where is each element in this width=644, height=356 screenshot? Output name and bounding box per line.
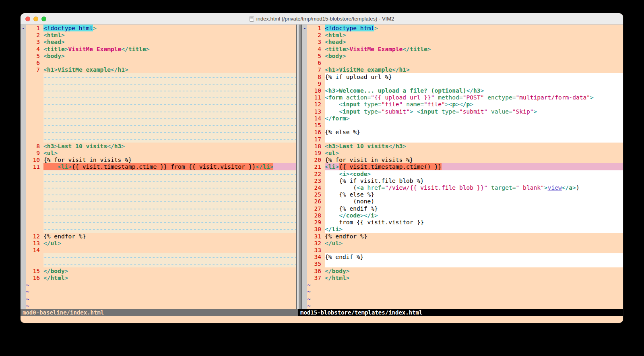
code-line[interactable]: 9 [302,80,623,87]
code-line[interactable]: 14</form> [302,115,623,122]
code-line[interactable]: 7<h1>VisitMe example</h1> [21,66,296,73]
code-line[interactable]: 23 {% if visit.file_blob %} [302,177,623,184]
fold-column[interactable] [302,87,307,94]
code-line[interactable]: 26 (none) [302,198,623,205]
fold-column[interactable] [21,240,26,246]
fold-column[interactable] [302,260,307,267]
fold-column[interactable] [302,143,307,149]
diff-filler-line[interactable]: ----------------------------------------… [21,170,296,177]
empty-buffer-line[interactable]: ~ [21,302,296,309]
code-line[interactable]: -1<!doctype html> [21,25,296,31]
code-line[interactable]: 12{% endfor %} [21,233,296,240]
diff-filler-line[interactable]: ----------------------------------------… [21,128,296,135]
code-line[interactable]: 37</html> [302,274,623,281]
window-titlebar[interactable]: index.html (/private/tmp/mod15-blobstore… [21,13,623,25]
code-line[interactable]: 16{% else %} [302,128,623,135]
empty-buffer-line[interactable]: ~ [302,302,623,309]
code-line[interactable]: 29 from {{ visit.visitor }} [302,219,623,226]
fold-column[interactable] [21,281,26,288]
fold-column[interactable]: - [21,25,26,31]
code-line[interactable]: 14 [21,246,296,253]
diff-filler-line[interactable]: ----------------------------------------… [21,226,296,232]
code-line[interactable]: -1<!doctype html> [302,25,623,31]
fold-column[interactable] [21,163,26,170]
diff-filler-line[interactable]: ----------------------------------------… [21,108,296,115]
diff-filler-line[interactable]: ----------------------------------------… [21,260,296,267]
fold-column[interactable] [302,267,307,274]
diff-filler-line[interactable]: ----------------------------------------… [21,191,296,198]
empty-buffer-line[interactable]: ~ [21,288,296,295]
fold-column[interactable] [302,302,307,309]
fold-column[interactable] [302,170,307,177]
fold-column[interactable] [302,274,307,281]
fold-column[interactable] [302,156,307,163]
document-proxy-icon[interactable] [250,16,254,22]
code-line[interactable]: 9<ul> [21,149,296,156]
code-line[interactable]: 3<head> [21,38,296,45]
code-line[interactable]: 8{% if upload_url %} [302,73,623,80]
code-line[interactable]: 8<h3>Last 10 visits</h3> [21,143,296,149]
code-line[interactable]: 25 {% else %} [302,191,623,198]
fold-column[interactable] [302,281,307,288]
code-line[interactable]: 31{% endfor %} [302,233,623,240]
fold-column[interactable] [302,101,307,108]
diff-filler-line[interactable]: ----------------------------------------… [21,122,296,128]
diff-filler-line[interactable]: ----------------------------------------… [21,205,296,212]
diff-filler-line[interactable]: ----------------------------------------… [21,80,296,87]
fold-column[interactable] [21,302,26,309]
diff-filler-line[interactable]: ----------------------------------------… [21,212,296,219]
code-line[interactable]: 19<ul> [302,149,623,156]
fold-column[interactable] [21,136,26,143]
code-line[interactable]: 13 <input type="submit"> <input type="su… [302,108,623,115]
fold-column[interactable] [21,87,26,94]
fold-column[interactable] [21,80,26,87]
fold-column[interactable] [302,149,307,156]
fold-column[interactable] [21,246,26,253]
fold-column[interactable] [302,253,307,260]
fold-column[interactable] [302,191,307,198]
statusline-right-active[interactable]: mod15-blobstore/templates/index.html [298,309,623,316]
code-line[interactable]: 12 <input type="file" name="file"><p></p… [302,101,623,108]
fold-column[interactable] [302,80,307,87]
fold-column[interactable] [302,128,307,135]
code-line[interactable]: 6 [302,59,623,66]
code-line[interactable]: 24 (<a href="/view/{{ visit.file_blob }}… [302,184,623,191]
empty-buffer-line[interactable]: ~ [21,295,296,302]
code-line[interactable]: 4<title>VisitMe Example</title> [21,46,296,52]
code-line[interactable]: 2<html> [21,31,296,38]
fold-column[interactable] [21,219,26,226]
fold-column[interactable] [21,66,26,73]
diff-pane-right[interactable]: -1<!doctype html>2<html>3<head>4<title>V… [302,25,623,309]
window-separator[interactable] [296,25,302,309]
fold-column[interactable] [21,128,26,135]
code-line[interactable]: 3<head> [302,38,623,45]
fold-column[interactable] [21,226,26,232]
fold-column[interactable] [21,94,26,101]
fold-column[interactable] [21,170,26,177]
fold-column[interactable] [302,52,307,59]
statusline-left[interactable]: mod0-baseline/index.html [21,309,298,316]
fold-column[interactable] [302,226,307,232]
code-line[interactable]: 7<h1>VisitMe example</h1> [302,66,623,73]
code-line[interactable]: 11 <li>{{ visit.timestamp.ctime }} from … [21,163,296,170]
code-line[interactable]: 6 [21,59,296,66]
diff-filler-line[interactable]: ----------------------------------------… [21,87,296,94]
fold-column[interactable] [302,177,307,184]
diff-filler-line[interactable]: ----------------------------------------… [21,219,296,226]
fold-column[interactable] [302,233,307,240]
zoom-button[interactable] [41,17,46,21]
fold-column[interactable] [302,198,307,205]
fold-column[interactable] [21,260,26,267]
code-line[interactable]: 15</body> [21,267,296,274]
fold-column[interactable] [302,31,307,38]
fold-column[interactable] [21,198,26,205]
fold-column[interactable] [21,59,26,66]
code-line[interactable]: 21<li>{{ visit.timestamp.ctime() }} [302,163,623,170]
code-line[interactable]: 32</ul> [302,240,623,246]
fold-column[interactable] [302,94,307,101]
diff-filler-line[interactable]: ----------------------------------------… [21,253,296,260]
fold-column[interactable] [21,52,26,59]
fold-column[interactable] [302,38,307,45]
fold-column[interactable] [21,143,26,149]
fold-column[interactable] [302,246,307,253]
